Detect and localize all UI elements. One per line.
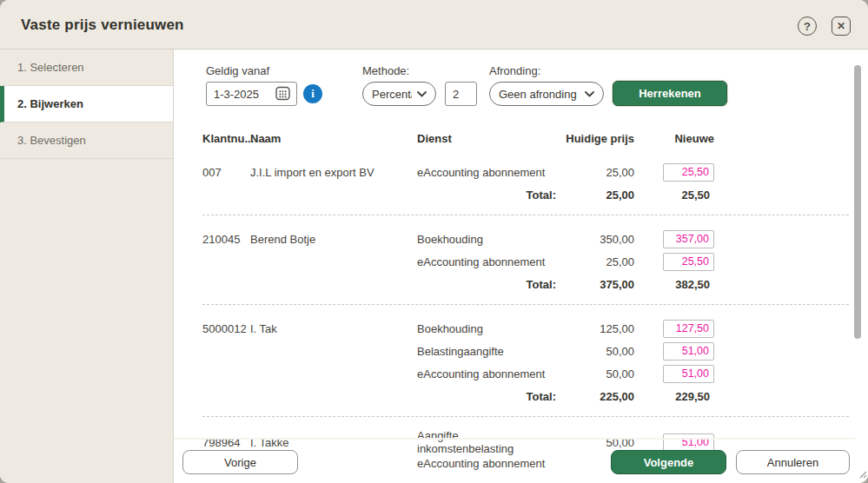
current-price-cell: 50,00: [556, 436, 634, 449]
header-customer-number: Klantnu...: [202, 132, 250, 145]
current-price-cell: 50,00: [556, 367, 634, 380]
customer-number-cell: 798964: [202, 436, 250, 449]
dialog-title: Vaste prijs vernieuwen: [21, 17, 184, 34]
table-header-row: Klantnu... Naam Dienst Huidige prijs Nie…: [202, 128, 849, 149]
customer-number-cell: 5000012: [202, 322, 250, 335]
price-table: Klantnu... Naam Dienst Huidige prijs Nie…: [202, 128, 849, 483]
new-price-input[interactable]: [663, 163, 714, 182]
new-price-input[interactable]: [663, 342, 714, 361]
renew-fixed-price-dialog: Vaste prijs vernieuwen ? ✕ 1. Selecteren…: [0, 0, 868, 483]
service-name-cell: eAccounting abonnement: [417, 255, 556, 268]
current-price-cell: 25,00: [556, 255, 634, 268]
rounding-select[interactable]: Geen afronding: [489, 82, 604, 106]
service-row: eAccounting abonnement 25,00: [202, 250, 849, 273]
recalculate-button[interactable]: Herrekenen: [613, 81, 727, 106]
service-name-cell: eAccounting abonnement: [417, 367, 556, 380]
resize-handle-icon[interactable]: [858, 466, 867, 482]
new-price-input[interactable]: [663, 253, 714, 271]
service-name-cell: Boekhouding: [417, 322, 556, 335]
new-price-input[interactable]: [663, 365, 714, 383]
main-content: Geldig vanaf i Methode: Percentage Afron…: [174, 50, 868, 483]
step-selecteren[interactable]: 1. Selecteren: [0, 50, 173, 86]
previous-button[interactable]: Vorige: [182, 450, 298, 474]
customer-name-cell: Berend Botje: [250, 233, 417, 246]
chevron-down-icon: [585, 91, 594, 97]
rounding-label: Afronding:: [489, 64, 540, 77]
service-name-cell: Boekhouding: [417, 233, 556, 246]
total-new-cell: 382,50: [675, 278, 714, 291]
header-new-price: Nieuwe: [634, 132, 714, 145]
total-label: Total:: [417, 189, 556, 202]
cancel-button[interactable]: Annuleren: [736, 450, 850, 474]
service-row: 5000012 I. Tak Boekhouding 125,00: [202, 317, 849, 340]
customer-name-cell: I. Takke: [250, 436, 417, 449]
service-row: Belastingaangifte 50,00: [202, 340, 849, 362]
rounding-selected-value: Geen afronding: [499, 88, 580, 101]
customer-group: 5000012 I. Tak Boekhouding 125,00 Belast…: [202, 305, 849, 417]
service-name-cell: Aangifte inkomstenbelasting: [417, 429, 556, 455]
next-button[interactable]: Volgende: [611, 450, 726, 474]
method-amount-input[interactable]: [445, 82, 477, 106]
step-bevestigen[interactable]: 3. Bevestigen: [0, 122, 173, 159]
new-price-input[interactable]: [663, 433, 714, 452]
service-name-cell: Belastingaangifte: [417, 345, 556, 358]
header-name: Naam: [250, 132, 417, 145]
customer-name-cell: J.I.L import en export BV: [250, 166, 417, 179]
step-bijwerken[interactable]: 2. Bijwerken: [0, 86, 173, 122]
total-label: Total:: [417, 390, 556, 403]
current-price-cell: 25,00: [556, 166, 634, 179]
valid-from-label: Geldig vanaf: [206, 64, 269, 77]
customer-name-cell: I. Tak: [250, 322, 417, 335]
service-row: 798964 I. Takke Aangifte inkomstenbelast…: [202, 429, 849, 452]
method-select[interactable]: Percentage: [362, 82, 436, 106]
total-row: Total: 375,00 382,50: [202, 273, 849, 295]
service-row: eAccounting abonnement 50,00: [202, 362, 849, 385]
total-new-cell: 25,50: [681, 189, 714, 202]
vertical-scrollbar-thumb[interactable]: [854, 65, 861, 339]
total-new-cell: 229,50: [675, 390, 714, 403]
current-price-cell: 350,00: [556, 233, 634, 246]
method-selected-value: Percentage: [372, 88, 412, 101]
header-service: Dienst: [417, 132, 556, 145]
total-current-cell: 25,00: [556, 189, 634, 202]
customer-number-cell: 007: [202, 166, 250, 179]
total-current-cell: 375,00: [556, 278, 634, 291]
total-row: Total: 225,00 229,50: [202, 385, 849, 407]
new-price-input[interactable]: [663, 320, 714, 338]
customer-number-cell: 210045: [202, 233, 250, 246]
method-label: Methode:: [362, 64, 409, 77]
new-price-input[interactable]: [663, 230, 714, 248]
service-name-cell: eAccounting abonnement: [417, 457, 556, 470]
help-icon[interactable]: ?: [798, 17, 817, 36]
total-current-cell: 225,00: [556, 390, 634, 403]
header-current-price: Huidige prijs: [556, 132, 634, 145]
total-row: Total: 25,00 25,50: [202, 183, 849, 206]
current-price-cell: 125,00: [556, 322, 634, 335]
service-name-cell: eAccounting abonnement: [417, 166, 556, 179]
dialog-header: Vaste prijs vernieuwen ? ✕: [0, 0, 868, 50]
chevron-down-icon: [417, 91, 427, 97]
close-icon[interactable]: ✕: [832, 17, 851, 36]
customer-group: 007 J.I.L import en export BV eAccountin…: [202, 149, 849, 215]
service-row: 210045 Berend Botje Boekhouding 350,00: [202, 228, 849, 250]
current-price-cell: 50,00: [556, 345, 634, 358]
service-row: 007 J.I.L import en export BV eAccountin…: [202, 161, 849, 183]
info-icon[interactable]: i: [303, 84, 322, 103]
total-label: Total:: [417, 278, 556, 291]
customer-group: 210045 Berend Botje Boekhouding 350,00 e…: [202, 215, 849, 305]
wizard-steps-sidebar: 1. Selecteren 2. Bijwerken 3. Bevestigen: [0, 50, 174, 483]
